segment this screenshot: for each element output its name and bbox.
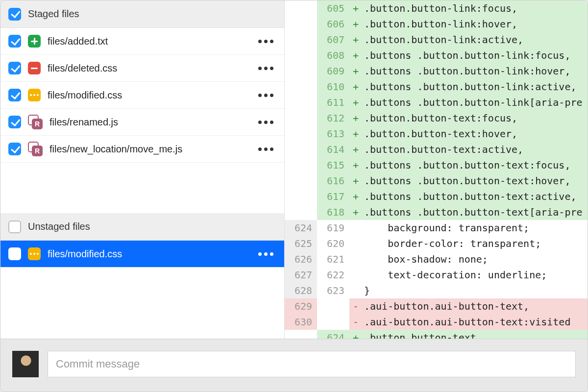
diff-line[interactable]: 613+.button.button-text:hover, <box>285 126 588 142</box>
line-number-new: 607 <box>317 32 349 48</box>
diff-code: text-decoration: underline; <box>362 267 588 283</box>
diff-code: .button.button-link:focus, <box>362 0 588 16</box>
diff-code: .button.button-link:active, <box>362 32 588 48</box>
diff-code: .aui-button.aui-button-text:visited <box>362 314 588 330</box>
line-number-old: 624 <box>285 220 317 236</box>
file-row[interactable]: Rfiles/renamed.js <box>0 109 284 136</box>
diff-marker: + <box>349 32 362 48</box>
staged-empty-space <box>0 163 284 213</box>
file-checkbox[interactable] <box>8 62 21 74</box>
diff-marker: + <box>349 204 362 220</box>
file-checkbox[interactable] <box>8 116 21 128</box>
diff-code: background: transparent; <box>362 220 588 236</box>
file-more-icon[interactable] <box>258 40 276 43</box>
line-number-new: 614 <box>317 142 349 157</box>
file-more-icon[interactable] <box>258 252 276 256</box>
diff-code: .button.button-link:hover, <box>362 16 588 32</box>
diff-line[interactable]: 612+.button.button-text:focus, <box>285 110 588 126</box>
file-row[interactable]: files/modified.css <box>0 82 284 109</box>
diff-marker: + <box>349 173 362 189</box>
file-more-icon[interactable] <box>258 147 276 151</box>
file-checkbox[interactable] <box>8 35 21 48</box>
staged-select-all-checkbox[interactable] <box>8 8 21 21</box>
diff-line[interactable]: 626621 box-shadow: none; <box>285 251 588 267</box>
file-row[interactable]: files/added.txt <box>0 28 284 55</box>
file-more-icon[interactable] <box>258 94 276 97</box>
line-number-new: 616 <box>317 173 349 189</box>
diff-line[interactable]: 608+.buttons .button.button-link:focus, <box>285 48 588 63</box>
file-checkbox[interactable] <box>8 247 21 260</box>
line-number-new: 619 <box>317 220 349 236</box>
file-more-icon[interactable] <box>258 67 276 70</box>
diff-marker <box>349 267 362 283</box>
status-renamed-icon: R <box>28 115 43 129</box>
line-number-new: 624 <box>317 330 349 339</box>
staged-section-label: Staged files <box>28 8 79 20</box>
diff-line[interactable]: 618+.buttons .button.button-text[aria-pr… <box>285 204 588 220</box>
diff-marker: + <box>349 142 362 157</box>
diff-line[interactable]: 615+.buttons .button.button-text:focus, <box>285 157 588 173</box>
diff-code: .aui-button.aui-button-text, <box>362 298 588 314</box>
diff-code: .button.button-text:focus, <box>362 110 588 126</box>
diff-line[interactable]: 614+.button.button-text:active, <box>285 142 588 157</box>
line-number-new: 622 <box>317 267 349 283</box>
file-row[interactable]: files/modified.css <box>0 241 284 268</box>
line-number-new: 615 <box>317 157 349 173</box>
file-checkbox[interactable] <box>8 143 21 155</box>
diff-marker: + <box>349 16 362 32</box>
diff-marker <box>349 283 362 298</box>
line-number-new: 620 <box>317 236 349 251</box>
diff-line[interactable]: 629-.aui-button.aui-button-text, <box>285 298 588 314</box>
file-path: files/deleted.css <box>48 63 251 74</box>
diff-code: .button.button-text:active, <box>362 142 588 157</box>
diff-line[interactable]: 611+.buttons .button.button-link[aria-pr… <box>285 95 588 110</box>
file-path: files/new_location/move_me.js <box>49 144 251 155</box>
avatar[interactable] <box>12 351 39 377</box>
diff-line[interactable]: 606+.button.button-link:hover, <box>285 16 588 32</box>
file-path: files/modified.css <box>48 248 251 260</box>
commit-message-input[interactable] <box>48 351 576 377</box>
line-number-new: 610 <box>317 79 349 95</box>
diff-line[interactable]: 624+.button.button-text, <box>285 330 588 339</box>
diff-line[interactable]: 610+.buttons .button.button-link:active, <box>285 79 588 95</box>
diff-view[interactable]: 605+.button.button-link:focus,606+.butto… <box>285 0 588 339</box>
diff-marker: + <box>349 110 362 126</box>
diff-marker: - <box>349 314 362 330</box>
diff-marker: + <box>349 189 362 204</box>
line-number-new: 621 <box>317 251 349 267</box>
line-number-new: 605 <box>317 0 349 16</box>
diff-code: border-color: transparent; <box>362 236 588 251</box>
diff-line[interactable]: 625620 border-color: transparent; <box>285 236 588 251</box>
diff-line[interactable]: 605+.button.button-link:focus, <box>285 0 588 16</box>
diff-line[interactable]: 627622 text-decoration: underline; <box>285 267 588 283</box>
diff-code: .buttons .button.button-link:active, <box>362 79 588 95</box>
diff-line[interactable]: 616+.buttons .button.button-text:hover, <box>285 173 588 189</box>
staged-section-header[interactable]: Staged files <box>0 0 284 28</box>
status-modified-icon <box>28 89 41 101</box>
line-number-new: 609 <box>317 63 349 79</box>
diff-line[interactable]: 628623 } <box>285 283 588 298</box>
file-row[interactable]: files/deleted.css <box>0 55 284 82</box>
diff-line[interactable]: 617+.buttons .button.button-text:active, <box>285 189 588 204</box>
unstaged-select-all-checkbox[interactable] <box>8 220 21 233</box>
file-row[interactable]: Rfiles/new_location/move_me.js <box>0 136 284 163</box>
diff-line[interactable]: 609+.buttons .button.button-link:hover, <box>285 63 588 79</box>
line-number-old: 627 <box>285 267 317 283</box>
diff-marker: + <box>349 48 362 63</box>
unstaged-section-header[interactable]: Unstaged files <box>0 213 284 241</box>
diff-marker: + <box>349 0 362 16</box>
file-checkbox[interactable] <box>8 89 21 101</box>
file-more-icon[interactable] <box>258 121 276 124</box>
diff-marker: + <box>349 95 362 110</box>
diff-line[interactable]: 630-.aui-button.aui-button-text:visited <box>285 314 588 330</box>
diff-code: box-shadow: none; <box>362 251 588 267</box>
line-number-old: 626 <box>285 251 317 267</box>
diff-panel[interactable]: 605+.button.button-link:focus,606+.butto… <box>285 0 588 339</box>
diff-line[interactable]: 624619 background: transparent; <box>285 220 588 236</box>
line-number-new: 606 <box>317 16 349 32</box>
diff-marker <box>349 236 362 251</box>
diff-code: .buttons .button.button-link:focus, <box>362 48 588 63</box>
diff-marker: + <box>349 79 362 95</box>
diff-code: .buttons .button.button-text:active, <box>362 189 588 204</box>
diff-line[interactable]: 607+.button.button-link:active, <box>285 32 588 48</box>
